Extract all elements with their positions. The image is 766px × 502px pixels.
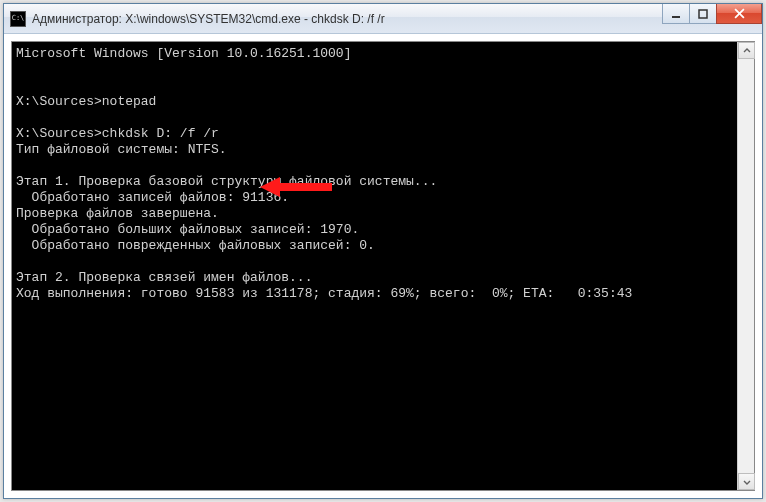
maximize-icon <box>698 9 708 19</box>
console-line: Обработано записей файлов: 91136. <box>16 190 289 205</box>
console-line: Обработано больших файловых записей: 197… <box>16 222 359 237</box>
close-icon <box>734 8 745 19</box>
console-output[interactable]: Microsoft Windows [Version 10.0.16251.10… <box>12 42 737 490</box>
cmd-window: C:\ Администратор: X:\windows\SYSTEM32\c… <box>3 3 763 499</box>
scroll-up-button[interactable] <box>738 42 755 59</box>
console-line: Microsoft Windows [Version 10.0.16251.10… <box>16 46 351 61</box>
maximize-button[interactable] <box>689 4 717 24</box>
svg-rect-1 <box>699 10 707 18</box>
console-line: X:\Sources>notepad <box>16 94 156 109</box>
console-line: Обработано поврежденных файловых записей… <box>16 238 375 253</box>
titlebar[interactable]: C:\ Администратор: X:\windows\SYSTEM32\c… <box>4 4 762 34</box>
console-client-area: Microsoft Windows [Version 10.0.16251.10… <box>11 41 755 491</box>
minimize-icon <box>671 9 681 19</box>
chevron-up-icon <box>743 47 751 55</box>
scroll-down-button[interactable] <box>738 473 755 490</box>
close-button[interactable] <box>716 4 762 24</box>
console-line: Проверка файлов завершена. <box>16 206 219 221</box>
chevron-down-icon <box>743 478 751 486</box>
console-line: Этап 1. Проверка базовой структуры файло… <box>16 174 437 189</box>
window-title: Администратор: X:\windows\SYSTEM32\cmd.e… <box>32 12 385 26</box>
console-line: Этап 2. Проверка связей имен файлов... <box>16 270 312 285</box>
minimize-button[interactable] <box>662 4 690 24</box>
console-line: Тип файловой системы: NTFS. <box>16 142 227 157</box>
cmd-app-icon: C:\ <box>10 11 26 27</box>
console-line: Ход выполнения: готово 91583 из 131178; … <box>16 286 632 301</box>
vertical-scrollbar[interactable] <box>737 42 754 490</box>
svg-rect-0 <box>672 16 680 18</box>
console-line: X:\Sources>chkdsk D: /f /r <box>16 126 219 141</box>
window-controls <box>663 4 762 24</box>
